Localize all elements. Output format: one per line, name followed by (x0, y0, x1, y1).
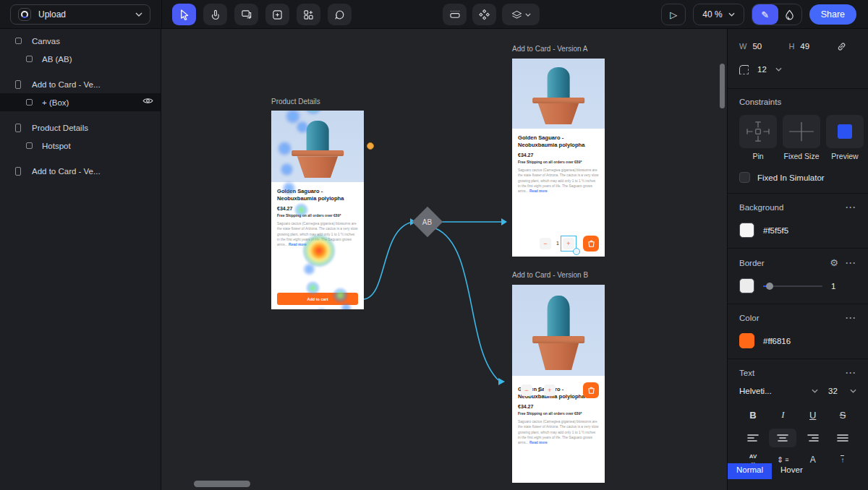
frame-version-a[interactable]: Golden Saguaro - Neobuxbaumia polylopha … (512, 59, 605, 257)
constraint-fixed-size[interactable]: Fixed Size (783, 115, 820, 160)
eye-icon (142, 97, 153, 105)
border-title: Border (739, 259, 830, 267)
italic-button[interactable]: I (769, 405, 796, 424)
preview-play-button[interactable]: ▷ (661, 4, 686, 25)
read-more-link[interactable]: Read more (529, 441, 548, 444)
sidebar-item-ab[interactable]: AB (AB) (0, 50, 161, 68)
height-label: H (788, 42, 794, 51)
link-dimensions-icon[interactable] (836, 41, 847, 52)
color-hex-value[interactable]: #ff6816 (763, 337, 791, 345)
frame-label-product-details[interactable]: Product Details (271, 98, 320, 106)
frame-label-version-a[interactable]: Add to Card - Version A (512, 45, 588, 53)
hand-tool-button[interactable] (203, 4, 227, 25)
align-left-button[interactable] (739, 429, 767, 447)
frame-tool-button[interactable] (234, 4, 258, 25)
product-price: €34.27 (512, 400, 605, 409)
background-color-swatch[interactable] (739, 223, 754, 238)
corner-radius-icon (739, 65, 749, 74)
heatmap-mode-button[interactable] (778, 4, 801, 25)
background-menu-icon[interactable]: ··· (846, 202, 856, 212)
insert-box-button[interactable] (265, 4, 289, 25)
border-width-value[interactable]: 1 (831, 282, 835, 291)
quantity-plus-button[interactable]: + (544, 384, 556, 396)
mid-tools-group (443, 4, 540, 25)
frame-version-b[interactable]: − 1 + Golden Saguaro - Neobuxbaumia poly… (512, 285, 605, 483)
constraint-preview[interactable]: Preview (826, 115, 864, 160)
fixed-in-simulator-checkbox[interactable] (739, 172, 750, 183)
product-shipping: Free Shipping on all orders over €89* (512, 158, 605, 164)
font-family-dropdown[interactable]: Helveti... (739, 387, 812, 395)
color-menu-icon[interactable]: ··· (846, 313, 856, 323)
constraint-pin[interactable]: Pin (739, 115, 777, 160)
border-color-swatch[interactable] (739, 278, 754, 293)
border-width-slider[interactable] (763, 285, 822, 287)
text-menu-icon[interactable]: ··· (846, 368, 856, 378)
fixed-size-label: Fixed Size (783, 152, 819, 160)
selection-outline[interactable] (561, 236, 576, 252)
align-justify-button[interactable] (829, 429, 856, 447)
add-to-cart-button[interactable]: Add to cart (277, 293, 358, 305)
tab-hover[interactable]: Hover (772, 463, 812, 479)
selection-handle[interactable] (573, 248, 580, 255)
align-center-button[interactable] (769, 429, 796, 447)
quantity-minus-button[interactable]: − (521, 384, 532, 396)
read-more-link[interactable]: Read more (289, 243, 307, 246)
layer-label: + (Box) (42, 98, 69, 107)
sidebar-item-hotspot[interactable]: Hotspot (0, 137, 161, 155)
comment-tool-button[interactable] (328, 4, 352, 25)
flow-connectors (161, 29, 727, 490)
constraints-section: Constraints Pin Fixed Size (728, 89, 868, 194)
visibility-toggle[interactable] (142, 97, 153, 106)
border-menu-icon[interactable]: ··· (846, 258, 856, 268)
edit-mode-button[interactable]: ✎ (752, 4, 778, 25)
zoom-level-dropdown[interactable]: 40 % (693, 4, 744, 25)
horizontal-scrollbar[interactable] (194, 481, 250, 487)
constraints-title: Constraints (739, 98, 856, 106)
layers-menu-button[interactable] (502, 4, 540, 25)
keyboard-panel-button[interactable] (443, 4, 467, 25)
font-size-dropdown[interactable]: 32 (828, 387, 850, 395)
corner-radius-input[interactable]: 12 (757, 65, 767, 74)
align-right-button[interactable] (799, 429, 827, 447)
color-swatch[interactable] (739, 333, 754, 348)
upload-dropdown[interactable]: Upload (10, 4, 150, 25)
frame-product-details[interactable]: Golden Saguaro - Neobuxbaumia polylopha … (271, 111, 364, 309)
sidebar-item-add-to-card-b[interactable]: Add to Card - Ve... (0, 162, 161, 180)
frame-label-version-b[interactable]: Add to Card - Version B (512, 271, 588, 279)
sidebar-item-add-to-card-a[interactable]: Add to Card - Ve... (0, 75, 161, 93)
product-shipping: Free Shipping on all orders over €89* (512, 409, 605, 416)
sidebar-item-canvas[interactable]: Canvas (0, 32, 161, 50)
chevron-down-icon[interactable] (812, 389, 818, 393)
ab-test-node[interactable]: AB (412, 207, 443, 237)
vector-panel-button[interactable] (472, 4, 496, 25)
toolbar-right-group: ▷ 40 % ✎ Share (661, 4, 856, 25)
tab-normal[interactable]: Normal (728, 463, 772, 479)
read-more-link[interactable]: Read more (529, 189, 548, 193)
cart-icon (587, 387, 595, 395)
background-hex-value[interactable]: #f5f5f5 (763, 226, 788, 235)
bold-button[interactable]: B (739, 405, 767, 424)
design-canvas[interactable]: Product Details Golden Saguaro - Neobuxb… (161, 29, 727, 490)
underline-button[interactable]: U (799, 405, 827, 424)
border-settings-gear-icon[interactable]: ⚙ (830, 257, 838, 268)
sidebar-item-plus-box[interactable]: + (Box) (0, 93, 161, 111)
sidebar-item-product-details[interactable]: Product Details (0, 119, 161, 137)
vertical-scrollbar[interactable] (720, 64, 725, 108)
vertical-align-top-button[interactable]: ↑ (829, 450, 856, 469)
chevron-down-icon[interactable] (850, 389, 856, 393)
share-button[interactable]: Share (809, 4, 856, 25)
quantity-minus-button[interactable]: − (540, 238, 551, 249)
cursor-icon (179, 9, 190, 20)
slider-knob[interactable] (766, 283, 773, 290)
cart-button[interactable] (583, 382, 599, 398)
components-button[interactable] (297, 4, 320, 25)
cart-button[interactable] (583, 236, 599, 252)
chevron-down-icon[interactable] (775, 67, 782, 72)
heatmap-blob (302, 262, 316, 276)
select-tool-button[interactable] (172, 4, 196, 25)
height-input[interactable]: 49 (800, 42, 830, 51)
strikethrough-button[interactable]: S (829, 405, 856, 424)
line-height-lines-icon: ≡ (785, 456, 788, 463)
comment-pin[interactable] (367, 142, 374, 150)
width-input[interactable]: 50 (752, 42, 783, 51)
